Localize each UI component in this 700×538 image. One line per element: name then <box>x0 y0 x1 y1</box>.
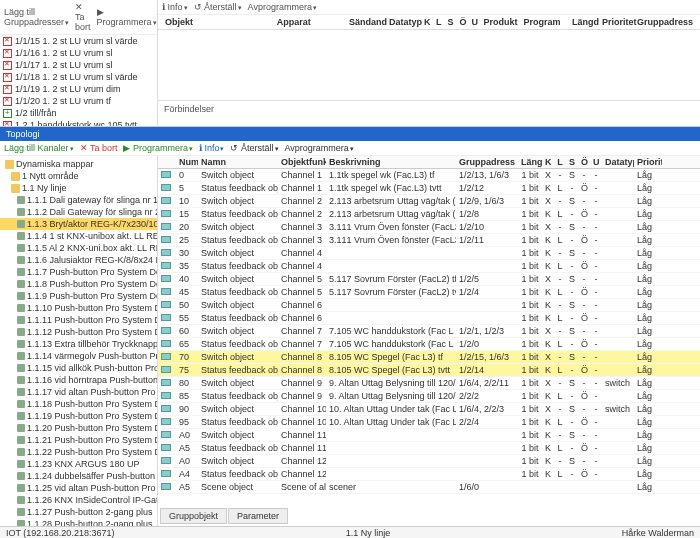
tree-item[interactable]: 1.1.18 Push-button Pro System Design <box>0 398 157 410</box>
tree-item[interactable]: 1.1.20 Push-button Pro System Design <box>0 422 157 434</box>
col-s[interactable]: S <box>444 17 456 27</box>
col-prioritet[interactable]: Prioritet <box>599 17 634 27</box>
add-channels-button[interactable]: Lägg till Kanaler <box>4 143 74 153</box>
tree-item[interactable]: 1.1.17 vid altan Push-button Pro System … <box>0 386 157 398</box>
group-address-item[interactable]: 1/1/19 1. 2 st LU vrum dim <box>0 83 157 95</box>
group-address-item[interactable]: 1/1/15 1. 2 st LU vrum sl värde <box>0 35 157 47</box>
table-row[interactable]: A0 Switch object Channel 11 1 bit K - S … <box>158 429 700 442</box>
col-datatyp[interactable]: Datatyp <box>602 156 634 168</box>
tree-item[interactable]: 1.1.2 Dali Gateway för slinga nr 2 KNX D… <box>0 206 157 218</box>
table-row[interactable]: A5 Scene object Scene of all channels sc… <box>158 481 700 494</box>
info-button-2[interactable]: ℹ Info <box>199 143 225 153</box>
table-row[interactable]: 15 Status feedback object Channel 2 2.11… <box>158 208 700 221</box>
col-o[interactable]: Ö <box>578 156 590 168</box>
col-gruppadress[interactable]: Gruppadress <box>634 17 696 27</box>
forbindelser-label[interactable]: Förbindelser <box>158 100 700 117</box>
tree-item[interactable]: 1.1.24 dubbelsäffer Push-button Pro Syst… <box>0 470 157 482</box>
col-gruppadress[interactable]: Gruppadress <box>456 156 518 168</box>
col-objekt[interactable]: Objekt <box>162 17 274 27</box>
program-button-2[interactable]: ▶ Programmera <box>123 143 193 153</box>
table-row[interactable]: 50 Switch object Channel 6 1 bit K - S -… <box>158 299 700 312</box>
info-button[interactable]: ℹ Info <box>162 2 188 12</box>
tree-item[interactable]: 1.1.3 Bryt/aktor REG-K/7x230/10 med hand… <box>0 218 157 230</box>
table-row[interactable]: 95 Status feedback object Channel 10 10.… <box>158 416 700 429</box>
col-sandande[interactable]: Sändand <box>346 17 386 27</box>
col-u[interactable]: U <box>590 156 602 168</box>
tree-item[interactable]: 1.1.21 Push-button Pro System Design <box>0 434 157 446</box>
table-row[interactable]: 75 Status feedback object Channel 8 8.10… <box>158 364 700 377</box>
table-row[interactable]: 30 Switch object Channel 4 1 bit K - S -… <box>158 247 700 260</box>
tree-item[interactable]: 1.1.6 Jalusiaktor REG-K/8/8x24 Ingång 1;… <box>0 254 157 266</box>
reset-button-2[interactable]: ↺ Återställ <box>230 143 278 153</box>
tab-gruppobjekt[interactable]: Gruppobjekt <box>160 508 227 524</box>
col-langd[interactable]: Längd <box>569 17 599 27</box>
tree-item[interactable]: 1.1.16 vid hörntrapa Push-button Pro Sys… <box>0 374 157 386</box>
group-address-item[interactable]: 1/1/20 1. 2 st LU vrum tf <box>0 95 157 107</box>
table-row[interactable]: 25 Status feedback object Channel 3 3.11… <box>158 234 700 247</box>
col-objektfunktion[interactable]: Objektfunktion <box>278 156 326 168</box>
col-apparat[interactable]: Apparat <box>274 17 346 27</box>
reset-button[interactable]: ↺ Återställ <box>194 2 242 12</box>
tree-item[interactable]: 1.1.27 Push-button 2-gang plus <box>0 506 157 518</box>
tree-item[interactable]: Dynamiska mappar <box>0 158 157 170</box>
table-row[interactable]: 85 Status feedback object Channel 9 9. A… <box>158 390 700 403</box>
tree-item[interactable]: 1.1.9 Push-button Pro System Design <box>0 290 157 302</box>
col-langd[interactable]: Längd <box>518 156 542 168</box>
group-address-item[interactable]: 1/1/17 1. 2 st LU vrum sl <box>0 59 157 71</box>
tree-item[interactable]: 1.1.10 Push-button Pro System Design <box>0 302 157 314</box>
col-k[interactable]: K <box>542 156 554 168</box>
tree-item[interactable]: 1.1.7 Push-button Pro System Design <box>0 266 157 278</box>
tree-item[interactable]: 1.1.4 1 st KNX-unibox akt. LL REG-K/4x23… <box>0 230 157 242</box>
delete-button-2[interactable]: ✕ Ta bort <box>80 143 118 153</box>
col-s[interactable]: S <box>566 156 578 168</box>
table-row[interactable]: 65 Status feedback object Channel 7 7.10… <box>158 338 700 351</box>
delete-button[interactable]: ✕ Ta bort <box>75 2 91 32</box>
tree-item[interactable]: 1.1.22 Push-button Pro System Design <box>0 446 157 458</box>
tree-item[interactable]: 1.1.15 vid allkök Push-button Pro System… <box>0 362 157 374</box>
table-row[interactable]: 60 Switch object Channel 7 7.105 WC hand… <box>158 325 700 338</box>
group-address-item[interactable]: 1/1/18 1. 2 st LU vrum sl värde <box>0 71 157 83</box>
tree-item[interactable]: 1.1.14 värmegolv Push-button Pro System … <box>0 350 157 362</box>
table-row[interactable]: A0 Switch object Channel 12 1 bit K - S … <box>158 455 700 468</box>
device-tree[interactable]: Dynamiska mappar1 Nytt område1.1 Ny linj… <box>0 156 158 527</box>
group-address-item[interactable]: 1/1/16 1. 2 st LU vrum sl <box>0 47 157 59</box>
program-button[interactable]: ▶ Programmera <box>97 7 157 27</box>
table-row[interactable]: 40 Switch object Channel 5 5.117 Sovrum … <box>158 273 700 286</box>
tree-item[interactable]: 1.1.23 KNX ARGUS 180 UP <box>0 458 157 470</box>
col-beskrivning[interactable]: Beskrivning <box>326 156 456 168</box>
tree-item[interactable]: 1.1.12 Push-button Pro System Design <box>0 326 157 338</box>
table-row[interactable]: 55 Status feedback object Channel 6 1 bi… <box>158 312 700 325</box>
col-nummer[interactable]: Nummer <box>176 156 198 168</box>
tree-item[interactable]: 1.1.25 vid altan Push-button Pro System … <box>0 482 157 494</box>
table-row[interactable]: A4 Status feedback object Channel 12 1 b… <box>158 468 700 481</box>
col-k[interactable]: K <box>421 17 433 27</box>
col-l[interactable]: L <box>433 17 445 27</box>
table-row[interactable]: 35 Status feedback object Channel 4 1 bi… <box>158 260 700 273</box>
tab-parameter[interactable]: Parameter <box>228 508 288 524</box>
table-row[interactable]: 70 Switch object Channel 8 8.105 WC Speg… <box>158 351 700 364</box>
table-row[interactable]: 20 Switch object Channel 3 3.111 Vrum Öv… <box>158 221 700 234</box>
col-o[interactable]: Ö <box>456 17 468 27</box>
tree-item[interactable]: 1.1.5 Al 2 KNX-uni.box akt. LL REG-K/4x2… <box>0 242 157 254</box>
table-row[interactable]: 90 Switch object Channel 10 10. Altan Ut… <box>158 403 700 416</box>
add-group-address-button[interactable]: Lägg till Gruppadresser <box>4 7 69 27</box>
col-u[interactable]: U <box>468 17 480 27</box>
tree-item[interactable]: 1.1 Ny linje <box>0 182 157 194</box>
tree-item[interactable]: 1.1.19 Push-button Pro System Design <box>0 410 157 422</box>
col-namn[interactable]: Namn <box>198 156 278 168</box>
unprogram-button-2[interactable]: Avprogrammera <box>285 143 354 153</box>
tree-item[interactable]: 1.1.1 Dali gateway för slinga nr 1 KNX D… <box>0 194 157 206</box>
group-address-item[interactable]: 1.2.1 handdukstork wc 105 tvtt <box>0 119 157 126</box>
tree-item[interactable]: 1.1.8 Push-button Pro System Design <box>0 278 157 290</box>
tree-item[interactable]: 1.1.13 Extra tillbehör Tryckknapp Pro Sy… <box>0 338 157 350</box>
table-row[interactable]: A5 Status feedback object Channel 11 1 b… <box>158 442 700 455</box>
table-row[interactable]: 80 Switch object Channel 9 9. Altan Utta… <box>158 377 700 390</box>
table-row[interactable]: 5 Status feedback object Channel 1 1.1tk… <box>158 182 700 195</box>
col-program[interactable]: Program <box>520 17 569 27</box>
tree-item[interactable]: 1 Nytt område <box>0 170 157 182</box>
col-prioritet[interactable]: Prioritet <box>634 156 662 168</box>
table-row[interactable]: 0 Switch object Channel 1 1.1tk spegel w… <box>158 169 700 182</box>
col-l[interactable]: L <box>554 156 566 168</box>
col-produkt[interactable]: Produkt <box>480 17 520 27</box>
tree-item[interactable]: 1.1.11 Push-button Pro System Design <box>0 314 157 326</box>
